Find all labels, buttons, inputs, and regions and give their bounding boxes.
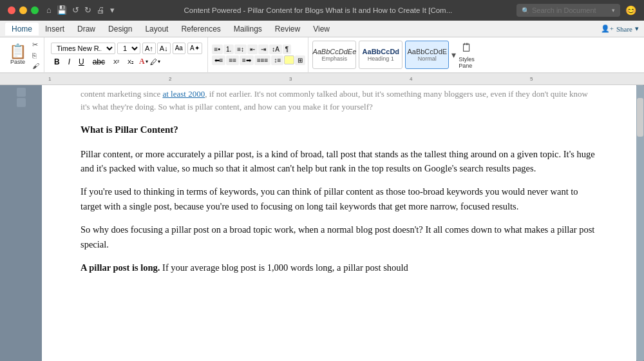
- numbering-button[interactable]: 1.: [223, 44, 234, 54]
- style-normal-sample: AaBbCcDdE: [407, 48, 447, 55]
- format-painter-button[interactable]: 🖌: [32, 61, 40, 70]
- ruler-mark-5: 5: [530, 76, 533, 82]
- shading-button[interactable]: [284, 55, 294, 64]
- undo-icon[interactable]: ↺: [72, 5, 79, 15]
- increase-indent-button[interactable]: ⇥: [258, 44, 269, 54]
- styles-pane-button[interactable]: 🗒 StylesPane: [459, 41, 475, 69]
- sort-button[interactable]: ↕A: [269, 44, 282, 54]
- superscript-button[interactable]: X²: [110, 56, 122, 68]
- copy-button[interactable]: ⎘: [32, 51, 40, 60]
- line-spacing-button[interactable]: ↕≡: [271, 55, 283, 65]
- cut-copy-format: ✂ ⎘ 🖌: [30, 39, 41, 72]
- paste-button[interactable]: 📋 Paste: [6, 43, 29, 66]
- home-icon[interactable]: ⌂: [46, 5, 52, 15]
- increase-font-button[interactable]: A↑: [142, 43, 156, 54]
- margin-icon-2[interactable]: [17, 98, 26, 107]
- justify-button[interactable]: ≡≡≡: [254, 55, 271, 65]
- align-row-1: ≡• 1. ≡↕ ⇤ ⇥ ↕A ¶: [212, 44, 306, 54]
- font-size-select[interactable]: 12: [117, 43, 140, 54]
- cut-button[interactable]: ✂: [32, 40, 40, 50]
- italic-button[interactable]: I: [65, 56, 73, 68]
- style-emphasis-label: Emphasis: [322, 55, 348, 62]
- para-2: If you're used to thinking in terms of k…: [80, 184, 598, 213]
- styles-pane-icon: 🗒: [461, 41, 473, 55]
- style-heading1[interactable]: AaBbCcDd Heading 1: [359, 41, 402, 69]
- share-label[interactable]: Share: [616, 25, 632, 33]
- toolbar-quick-access: ⌂ 💾 ↺ ↻ 🖨 ▾: [46, 5, 115, 15]
- document-title: Content Powered - Pillar Content for Blo…: [120, 6, 516, 14]
- align-right-button[interactable]: ≡➡: [240, 55, 254, 65]
- ruler-mark-1: 1: [48, 76, 51, 82]
- decrease-indent-button[interactable]: ⇤: [247, 44, 258, 54]
- bold-button[interactable]: B: [51, 56, 63, 68]
- ruler-mark-2: 2: [169, 76, 171, 82]
- tab-references[interactable]: References: [175, 23, 227, 35]
- font-color-button[interactable]: A ▾: [139, 57, 148, 66]
- underline-button[interactable]: U: [75, 56, 88, 68]
- para-3: So why does focusing a pillar post on a …: [80, 222, 598, 251]
- save-icon[interactable]: 💾: [57, 5, 67, 15]
- print-icon[interactable]: 🖨: [97, 5, 105, 15]
- highlight-color-button[interactable]: 🖊 ▾: [150, 58, 160, 66]
- multilevel-list-button[interactable]: ≡↕: [234, 44, 247, 54]
- align-center-button[interactable]: ≡≡: [226, 55, 239, 65]
- tab-draw[interactable]: Draw: [71, 23, 102, 35]
- show-marks-button[interactable]: ¶: [283, 44, 291, 54]
- scrollbar-thumb[interactable]: [637, 98, 643, 137]
- margin-icon-1[interactable]: [17, 88, 26, 97]
- font-family-select[interactable]: Times New R...: [51, 43, 115, 54]
- ruler: 1 2 3 4 5: [0, 73, 644, 85]
- clear-format-button[interactable]: Aa: [173, 43, 185, 54]
- paragraph-group: ≡• 1. ≡↕ ⇤ ⇥ ↕A ¶ ⬅≡ ≡≡ ≡➡ ≡≡≡ ↕≡ ⊞: [209, 37, 309, 72]
- share-chevron-icon[interactable]: ▾: [635, 24, 639, 33]
- font-group: Times New R... 12 A↑ A↓ Aa A✦ B I U abc …: [46, 37, 208, 72]
- align-left-button[interactable]: ⬅≡: [212, 55, 226, 65]
- margin-bar: [0, 85, 42, 361]
- scrollbar[interactable]: [636, 85, 644, 361]
- search-icon: 🔍: [522, 7, 529, 14]
- styles-panel: AaBbCcDdEe Emphasis AaBbCcDd Heading 1 A…: [310, 37, 477, 72]
- minimize-button[interactable]: [19, 6, 27, 14]
- para-4-rest: If your average blog post is 1,000 words…: [160, 262, 408, 273]
- styles-expand-button[interactable]: ▾: [451, 50, 456, 61]
- redo-icon[interactable]: ↻: [84, 5, 91, 15]
- tab-design[interactable]: Design: [102, 23, 138, 35]
- subscript-button[interactable]: X₂: [124, 56, 137, 68]
- tab-layout[interactable]: Layout: [138, 23, 175, 35]
- cut-text-para: content marketing since at least 2000, i…: [80, 88, 598, 113]
- title-bar: ⌂ 💾 ↺ ↻ 🖨 ▾ Content Powered - Pillar Con…: [0, 0, 644, 21]
- style-normal[interactable]: AaBbCcDdE Normal: [405, 41, 449, 69]
- para-1: Pillar content, or more accurately a pil…: [80, 147, 598, 176]
- decrease-font-button[interactable]: A↓: [157, 43, 171, 54]
- paste-icon: 📋: [9, 44, 26, 59]
- style-heading1-label: Heading 1: [368, 55, 394, 62]
- ribbon-toolbar: 📋 Paste ✂ ⎘ 🖌 Times New R... 12 A↑ A↓: [0, 37, 644, 73]
- styles-pane-label: StylesPane: [459, 56, 475, 69]
- ruler-mark-4: 4: [410, 76, 412, 82]
- tab-mailings[interactable]: Mailings: [227, 23, 269, 35]
- share-section: 👤+ Share ▾: [601, 24, 639, 33]
- maximize-button[interactable]: [31, 6, 39, 14]
- style-normal-label: Normal: [418, 55, 437, 62]
- tab-view[interactable]: View: [307, 23, 336, 35]
- search-bar[interactable]: 🔍 ▾: [516, 4, 620, 17]
- cut-text-link[interactable]: at least 2000: [162, 89, 205, 99]
- clipboard-group: 📋 Paste ✂ ⎘ 🖌: [4, 37, 44, 72]
- bullets-button[interactable]: ≡•: [212, 44, 223, 54]
- ruler-content: 1 2 3 4 5: [48, 73, 596, 84]
- search-input[interactable]: [532, 6, 609, 14]
- tab-review[interactable]: Review: [269, 23, 307, 35]
- para-4: A pillar post is long. If your average b…: [80, 260, 598, 275]
- style-emphasis[interactable]: AaBbCcDdEe Emphasis: [312, 41, 356, 69]
- tab-insert[interactable]: Insert: [39, 23, 71, 35]
- search-options-icon[interactable]: ▾: [612, 7, 615, 14]
- document-page[interactable]: content marketing since at least 2000, i…: [42, 85, 636, 361]
- doc-container: content marketing since at least 2000, i…: [0, 85, 644, 361]
- close-button[interactable]: [8, 6, 15, 14]
- borders-button[interactable]: ⊞: [295, 55, 305, 65]
- font-row-1: Times New R... 12 A↑ A↓ Aa A✦: [51, 43, 202, 54]
- tab-home[interactable]: Home: [5, 23, 39, 35]
- customize-icon[interactable]: ▾: [110, 5, 115, 15]
- strikethrough-button[interactable]: abc: [90, 56, 108, 68]
- text-effects-button[interactable]: A✦: [187, 43, 202, 54]
